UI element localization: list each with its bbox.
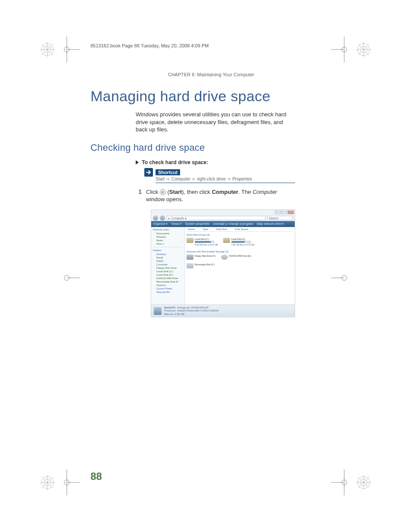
nav-documents[interactable]: Documents [153, 232, 183, 235]
arrow-glyph-icon: ➪ [191, 177, 196, 181]
nav-local-c[interactable]: Local Disk (C:) [153, 270, 183, 273]
nav-computer[interactable]: Computer [153, 263, 183, 266]
play-triangle-icon [136, 160, 139, 165]
computer-window-screenshot: ▸ Computer ▸ Search Organize ▾ Views ▾ S… [151, 209, 295, 317]
computer-icon [154, 307, 162, 315]
nav-pictures[interactable]: Pictures [153, 236, 183, 238]
nav-music[interactable]: Music [153, 239, 183, 242]
registration-icon [355, 41, 372, 58]
toolbar-map-drive[interactable]: Map network drive ▾ [257, 222, 284, 226]
forward-button[interactable] [160, 215, 165, 221]
crop-mark-icon [331, 265, 357, 291]
maximize-button[interactable] [281, 211, 287, 214]
nav-floppy[interactable]: Floppy Disk Drive [153, 267, 183, 269]
procedure-heading-text: To check hard drive space: [142, 159, 208, 165]
nav-removable[interactable]: Removable Disk (F [153, 280, 183, 283]
nav-control-panel[interactable]: Control Panel [153, 287, 183, 290]
column-headers: Name Type Total Size Free Space [187, 228, 293, 232]
drive-c-free: 5.60 GB free of 33.3 GB [195, 243, 218, 246]
col-name[interactable]: Name [188, 228, 195, 230]
group-removable: Devices with Removable Storage (3) [187, 250, 293, 253]
registration-icon [39, 474, 56, 491]
drive-d[interactable]: Local Disk (D:) 1.06 GB free of 3.72 GB [223, 238, 255, 246]
step-number: 1 [136, 188, 142, 203]
nav-more[interactable]: More » [153, 243, 183, 245]
crop-mark-icon [54, 37, 80, 62]
drive-e[interactable]: DVD/CD-RW Drive (E:) [221, 255, 252, 260]
intro-paragraph: Windows provides several utilities you c… [136, 111, 295, 134]
book-header: 8513162.book Page 88 Tuesday, May 20, 20… [90, 43, 332, 48]
registration-icon [355, 474, 372, 491]
arrow-glyph-icon: ➪ [227, 177, 231, 181]
nav-pane: Favorite Links Documents Pictures Music … [151, 227, 185, 305]
status-computer-name: David-PC [164, 306, 176, 309]
drive-d-label: Local Disk (D:) [231, 238, 255, 240]
status-bar: David-PC Workgroup: WORKGROUP Processor:… [151, 305, 295, 317]
nav-user[interactable]: David [153, 256, 183, 259]
col-type[interactable]: Type [202, 228, 208, 230]
nav-favorites-header: Favorite Links [153, 228, 183, 231]
address-bar-row: ▸ Computer ▸ Search [151, 215, 295, 221]
main-pane: Name Type Total Size Free Space Hard Dis… [185, 227, 295, 305]
step-body: Click ⊞ (Start), then click Computer. Th… [146, 188, 295, 203]
hard-disk-icon [223, 238, 230, 243]
chapter-header: CHAPTER 6: Maintaining Your Computer [90, 72, 332, 77]
crop-mark-icon [331, 37, 357, 62]
drive-c[interactable]: Local Disk (C:) 5.60 GB free of 33.3 GB [187, 238, 218, 246]
shortcut-title: Shortcut [156, 169, 180, 175]
drive-d-free: 1.06 GB free of 3.72 GB [231, 243, 255, 246]
removable-icon [187, 263, 193, 268]
crop-mark-icon [331, 470, 357, 495]
drive-e-label: DVD/CD-RW Drive (E:) [229, 255, 252, 257]
nav-folders-header: Folders [153, 249, 183, 252]
toolbar-organize[interactable]: Organize ▾ [153, 222, 168, 226]
close-button[interactable] [288, 211, 294, 214]
hard-disk-icon [187, 238, 193, 243]
nav-local-d[interactable]: Local Disk (D:) [153, 274, 183, 276]
toolbar: Organize ▾ Views ▾ System properties Uni… [151, 221, 295, 227]
windows-start-icon: ⊞ [160, 189, 166, 195]
drive-a-label: Floppy Disk Drive (A:) [195, 255, 216, 257]
procedure-heading: To check hard drive space: [136, 159, 332, 165]
section-heading: Checking hard drive space [90, 142, 332, 153]
arrow-glyph-icon: ➪ [166, 177, 170, 181]
window-titlebar [151, 210, 295, 215]
nav-public[interactable]: Public [153, 260, 183, 262]
minimize-button[interactable] [275, 211, 281, 214]
toolbar-views[interactable]: Views ▾ [171, 222, 182, 226]
toolbar-uninstall[interactable]: Uninstall or change a program [213, 222, 253, 225]
nav-recycle-bin[interactable]: Recycle Bin [153, 291, 183, 293]
dvd-icon [221, 255, 228, 260]
col-total[interactable]: Total Size [216, 228, 227, 230]
drive-c-label: Local Disk (C:) [195, 238, 218, 240]
nav-network[interactable]: Network [153, 284, 183, 286]
floppy-icon [187, 255, 193, 260]
breadcrumb-bar[interactable]: ▸ Computer ▸ [167, 216, 265, 220]
nav-desktop[interactable]: Desktop [153, 253, 183, 255]
crop-mark-icon [54, 265, 80, 291]
drive-f[interactable]: Removable Disk (F:) [187, 263, 215, 268]
step-row: 1 Click ⊞ (Start), then click Computer. … [136, 188, 295, 203]
group-hard-disks: Hard Disk Drives (2) [187, 233, 293, 236]
drive-d-usage-bar [231, 241, 251, 243]
back-button[interactable] [153, 215, 158, 221]
page-title: Managing hard drive space [90, 88, 332, 105]
drive-f-label: Removable Disk (F:) [195, 263, 215, 266]
toolbar-system-properties[interactable]: System properties [185, 222, 209, 225]
shortcut-path: Start ➪ Computer ➪ right-click drive ➪ P… [156, 176, 295, 181]
arrow-right-icon [144, 168, 153, 177]
page-content: 8513162.book Page 88 Tuesday, May 20, 20… [90, 43, 332, 317]
search-input[interactable]: Search [267, 216, 293, 220]
crop-mark-icon [54, 470, 80, 495]
shortcut-callout: Shortcut Start ➪ Computer ➪ right-click … [144, 168, 295, 183]
nav-dvd[interactable]: DVD/CD-RW Drive [153, 277, 183, 280]
col-free[interactable]: Free Space [235, 228, 248, 230]
page-number: 88 [90, 470, 102, 482]
registration-icon [39, 41, 56, 58]
drive-a[interactable]: Floppy Disk Drive (A:) [187, 255, 216, 260]
drive-c-usage-bar [195, 241, 214, 243]
